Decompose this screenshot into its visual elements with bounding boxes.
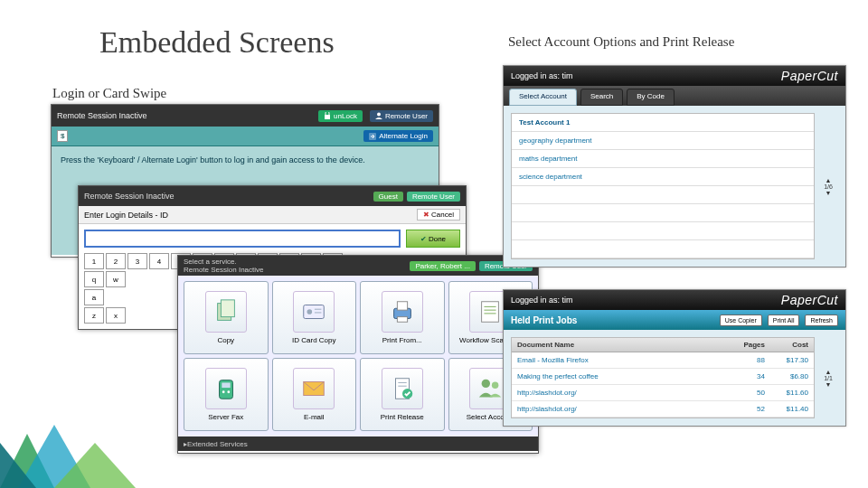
job-pages: 34 <box>729 372 765 380</box>
job-row[interactable]: http://slashdot.org/50$11.60 <box>512 385 814 401</box>
tile-icon <box>293 368 335 409</box>
tile-label: Copy <box>217 336 234 344</box>
account-item <box>512 186 814 204</box>
remote-user-label: Remote User <box>385 112 428 120</box>
guest-button[interactable]: Guest <box>373 192 403 202</box>
ext-label: Extended Services <box>187 440 248 448</box>
extended-services-bar[interactable]: ▸ Extended Services <box>178 436 538 451</box>
held-jobs-title: Held Print Jobs <box>511 315 577 325</box>
key-1[interactable]: 1 <box>84 253 104 269</box>
unlock-button[interactable]: unLock <box>318 110 363 122</box>
svg-point-19 <box>227 390 230 393</box>
job-row[interactable]: Email - Mozilla Firefox88$17.30 <box>512 352 814 369</box>
svg-rect-11 <box>397 317 407 323</box>
job-row[interactable]: http://slashdot.org/52$11.40 <box>512 401 814 418</box>
unlock-label: unLock <box>334 112 357 120</box>
account-item <box>512 222 814 240</box>
alt-login-label: Alternate Login <box>379 132 428 140</box>
tile-icon <box>205 291 247 333</box>
s3-status: Select a service. Remote Session Inactiv… <box>184 258 264 274</box>
tile-print-from-[interactable]: Print From... <box>360 281 445 354</box>
svg-rect-4 <box>221 300 234 317</box>
key-z[interactable]: z <box>84 307 104 324</box>
done-button[interactable]: Done <box>406 230 460 248</box>
tile-icon <box>293 291 335 333</box>
svg-point-25 <box>482 380 490 388</box>
p2-scroll-indicator[interactable]: ▲1/1▼ <box>818 369 838 388</box>
remote-button-2[interactable]: Remote User <box>407 192 460 202</box>
tile-print-release[interactable]: Print Release <box>360 358 445 431</box>
tile-label: E-mail <box>304 413 325 421</box>
right-column: Logged in as: tim PaperCut Select Accoun… <box>503 65 855 448</box>
done-label: Done <box>429 235 446 243</box>
key-4[interactable]: 4 <box>149 253 169 269</box>
account-item <box>512 240 814 258</box>
user-name-badge[interactable]: Parker, Robert ... <box>410 261 475 271</box>
tile-copy[interactable]: Copy <box>184 281 269 354</box>
svg-rect-5 <box>304 305 325 319</box>
left-column: Remote Session Inactive unLock Remote Us… <box>51 104 485 483</box>
key-q[interactable]: q <box>84 271 104 287</box>
tile-icon <box>382 291 423 333</box>
svg-marker-27 <box>0 434 54 488</box>
tile-icon <box>382 368 423 409</box>
s2-status: Remote Session Inactive <box>84 192 175 201</box>
account-item[interactable]: Test Account 1 <box>512 114 814 132</box>
scroll-indicator[interactable]: ▲1/6▼ <box>818 177 838 196</box>
svg-point-6 <box>307 309 313 314</box>
print-all-button[interactable]: Print All <box>768 314 800 326</box>
key-x[interactable]: x <box>106 307 126 324</box>
account-item[interactable]: maths department <box>512 150 814 168</box>
svg-rect-10 <box>397 302 407 310</box>
tile-label: Server Fax <box>208 413 243 421</box>
p1-counter: 1/6 <box>824 183 833 190</box>
left-subtitle: Login or Card Swipe <box>52 86 166 101</box>
login-icon <box>369 133 376 140</box>
svg-rect-17 <box>222 382 230 388</box>
tile-server-fax[interactable]: Server Fax <box>184 358 269 431</box>
slide-title: Embedded Screens <box>99 25 335 60</box>
p2-counter: 1/1 <box>824 375 833 381</box>
refresh-button[interactable]: Refresh <box>805 314 838 326</box>
job-doc: http://slashdot.org/ <box>517 405 729 413</box>
job-doc: Making the perfect coffee <box>517 372 729 380</box>
svg-point-26 <box>492 382 499 389</box>
svg-marker-30 <box>0 443 36 488</box>
key-3[interactable]: 3 <box>127 253 147 269</box>
job-cost: $11.40 <box>765 405 808 413</box>
alt-login-button[interactable]: Alternate Login <box>363 130 433 142</box>
tab-by-code[interactable]: By Code <box>627 89 675 106</box>
col-cost: Cost <box>765 341 808 349</box>
account-item[interactable]: geography department <box>512 132 814 150</box>
tile-e-mail[interactable]: E-mail <box>272 358 357 431</box>
use-copier-button[interactable]: Use Copier <box>720 314 762 326</box>
key-a[interactable]: a <box>84 289 104 305</box>
job-cost: $6.80 <box>765 372 808 380</box>
key-2[interactable]: 2 <box>106 253 126 269</box>
tab-search[interactable]: Search <box>580 89 623 106</box>
job-doc: http://slashdot.org/ <box>517 389 729 397</box>
user-icon <box>375 112 382 119</box>
tile-id-card-copy[interactable]: ID Card Copy <box>272 281 357 354</box>
select-account-panel: Logged in as: tim PaperCut Select Accoun… <box>503 65 846 267</box>
language-selector[interactable]: $ <box>57 130 68 142</box>
tile-label: Print Release <box>381 413 424 421</box>
papercut-logo-2: PaperCut <box>781 293 838 307</box>
tab-select-account[interactable]: Select Account <box>509 89 577 106</box>
job-pages: 88 <box>729 356 765 364</box>
job-doc: Email - Mozilla Firefox <box>517 356 729 364</box>
svg-point-1 <box>377 113 381 117</box>
svg-rect-0 <box>325 115 330 119</box>
login-id-input[interactable] <box>84 230 401 248</box>
cancel-button[interactable]: Cancel <box>417 209 460 221</box>
cancel-label: Cancel <box>431 211 454 219</box>
p1-logged-in: Logged in as: tim <box>511 71 573 80</box>
remote-user-button[interactable]: Remote User <box>370 110 433 122</box>
account-item[interactable]: science department <box>512 168 814 186</box>
services-screen: Select a service. Remote Session Inactiv… <box>177 255 539 454</box>
job-row[interactable]: Making the perfect coffee34$6.80 <box>512 369 814 385</box>
key-w[interactable]: w <box>106 271 126 287</box>
job-cost: $11.60 <box>765 389 808 397</box>
account-item <box>512 204 814 222</box>
lock-icon <box>324 112 331 119</box>
